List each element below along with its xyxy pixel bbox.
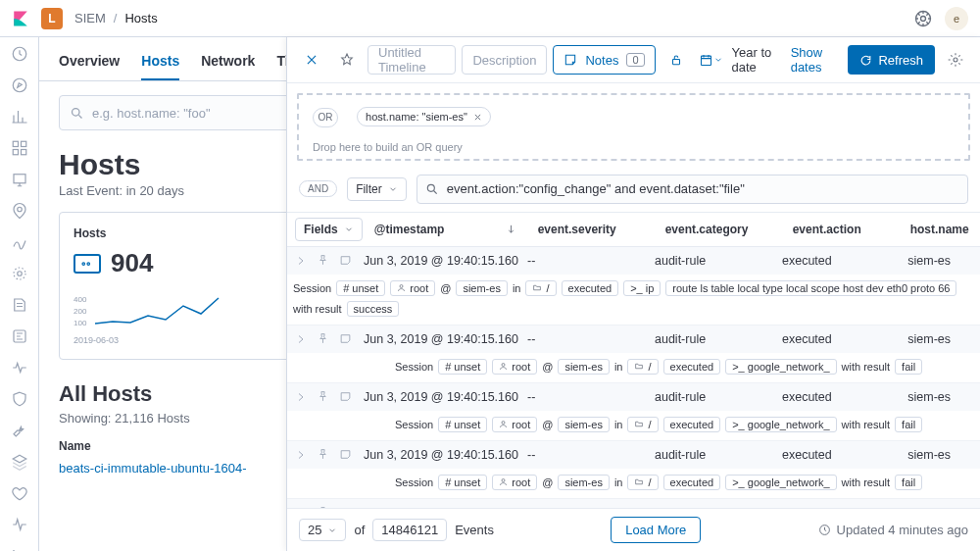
tag-root[interactable]: root [492, 359, 537, 375]
tag-session: Session [395, 361, 433, 373]
fields-button[interactable]: Fields [295, 218, 363, 241]
tag-exec[interactable]: executed [663, 475, 721, 490]
note-icon[interactable] [339, 332, 352, 345]
load-more-button[interactable]: Load More [611, 517, 701, 543]
tab-hosts[interactable]: Hosts [141, 53, 179, 80]
col-timestamp[interactable]: @timestamp [370, 215, 534, 244]
help-icon[interactable] [913, 9, 933, 28]
tag-folder[interactable]: / [627, 417, 658, 432]
tag-root[interactable]: root [492, 417, 537, 432]
tag-unset[interactable]: # unset [438, 475, 487, 490]
nav-infra-icon[interactable] [11, 265, 28, 282]
expand-icon[interactable] [295, 449, 307, 461]
cell-timestamp: Jun 3, 2019 @ 19:40:15.160 [360, 326, 523, 353]
tag-cmd[interactable]: >_ google_network_ [725, 417, 836, 432]
tag-result[interactable]: fail [895, 475, 922, 490]
tag-unset[interactable]: # unset [336, 280, 385, 296]
close-icon[interactable] [297, 45, 326, 75]
tag-result[interactable]: fail [895, 359, 922, 375]
tag-folder[interactable]: / [627, 475, 658, 490]
note-icon[interactable] [339, 390, 352, 403]
tab-overview[interactable]: Overview [59, 53, 120, 80]
tag-exec[interactable]: executed [663, 417, 721, 432]
nav-uptime-icon[interactable] [11, 359, 28, 376]
tag-host[interactable]: siem-es [558, 475, 610, 490]
nav-devtools-icon[interactable] [11, 422, 28, 439]
tag-cmd[interactable]: >_ google_network_ [725, 475, 836, 490]
show-dates-link[interactable]: Show dates [791, 45, 843, 75]
pin-icon[interactable] [317, 448, 329, 461]
tag-root[interactable]: root [492, 475, 537, 490]
tag-cmd[interactable]: >_ ip [623, 280, 661, 296]
nav-apm-icon[interactable] [11, 327, 28, 345]
tag-unset[interactable]: # unset [438, 417, 487, 432]
remove-icon[interactable] [473, 113, 482, 122]
cell-category: audit-rule [651, 383, 778, 411]
tag-root[interactable]: root [390, 280, 435, 296]
svg-point-21 [954, 58, 957, 62]
tag-unset[interactable]: # unset [438, 359, 487, 375]
note-icon[interactable] [339, 448, 352, 461]
nav-discover-icon[interactable] [11, 76, 28, 94]
or-filter-pill[interactable]: host.name: "siem-es" [357, 107, 491, 126]
refresh-label: Refresh [878, 53, 923, 68]
nav-canvas-icon[interactable] [11, 171, 28, 188]
calendar-icon[interactable] [697, 45, 726, 75]
col-hostname[interactable]: host.name [906, 215, 965, 244]
tag-folder[interactable]: / [627, 359, 658, 375]
tag-with: with result [842, 361, 891, 373]
tag-host[interactable]: siem-es [558, 417, 610, 432]
nav-siem-icon[interactable] [11, 390, 28, 408]
tag-host[interactable]: siem-es [456, 280, 508, 296]
lock-icon[interactable] [662, 45, 691, 75]
col-severity[interactable]: event.severity [534, 215, 662, 244]
notes-button[interactable]: Notes 0 [553, 45, 655, 75]
tag-folder[interactable]: / [525, 280, 556, 296]
tag-result[interactable]: success [347, 301, 400, 317]
star-icon[interactable] [332, 45, 362, 75]
nav-recent-icon[interactable] [11, 45, 28, 63]
cell-severity: -- [523, 247, 651, 275]
page-size-select[interactable]: 25 [299, 519, 346, 541]
nav-maps-icon[interactable] [11, 202, 28, 220]
cell-action: executed [778, 247, 896, 275]
tab-network[interactable]: Network [201, 53, 255, 80]
pin-icon[interactable] [317, 390, 329, 403]
nav-visualize-icon[interactable] [11, 108, 28, 125]
timeline-desc-input[interactable]: Description [462, 45, 547, 75]
nav-collapse-icon[interactable] [11, 547, 28, 551]
timeline-title-input[interactable]: Untitled Timeline [368, 45, 456, 75]
tag-host[interactable]: siem-es [558, 359, 610, 375]
gear-icon[interactable] [941, 45, 970, 75]
space-badge[interactable]: L [41, 8, 63, 29]
expand-icon[interactable] [295, 333, 307, 345]
sort-down-icon[interactable] [506, 224, 516, 234]
query-input[interactable]: event.action:"config_change" and event.d… [416, 175, 968, 204]
user-avatar[interactable]: e [945, 7, 968, 30]
breadcrumb-app[interactable]: SIEM [74, 11, 106, 25]
tag-exec[interactable]: executed [663, 359, 721, 375]
col-category[interactable]: event.category [662, 215, 789, 244]
refresh-button[interactable]: Refresh [848, 45, 935, 75]
nav-stack-icon[interactable] [11, 453, 28, 471]
pin-icon[interactable] [317, 332, 329, 345]
tag-exec[interactable]: executed [562, 280, 619, 296]
tag-cmd[interactable]: >_ google_network_ [725, 359, 836, 375]
nav-management-icon[interactable] [11, 516, 28, 533]
pin-icon[interactable] [317, 254, 329, 267]
date-range[interactable]: Year to date [732, 45, 785, 75]
nav-monitoring-icon[interactable] [11, 484, 28, 502]
filter-dropdown[interactable]: Filter [347, 177, 407, 201]
note-icon[interactable] [339, 254, 352, 267]
tag-extra[interactable]: route ls table local type local scope ho… [665, 280, 956, 296]
nav-logs-icon[interactable] [11, 296, 28, 314]
kibana-logo-icon[interactable] [12, 10, 29, 27]
tag-result[interactable]: fail [895, 417, 922, 432]
col-action[interactable]: event.action [789, 215, 906, 244]
or-dropzone[interactable]: OR host.name: "siem-es" Drop here to bui… [297, 93, 970, 161]
expand-icon[interactable] [295, 255, 307, 267]
nav-ml-icon[interactable] [11, 233, 28, 251]
cell-category: audit-rule [651, 326, 778, 353]
expand-icon[interactable] [295, 391, 307, 403]
nav-dashboard-icon[interactable] [11, 139, 28, 157]
